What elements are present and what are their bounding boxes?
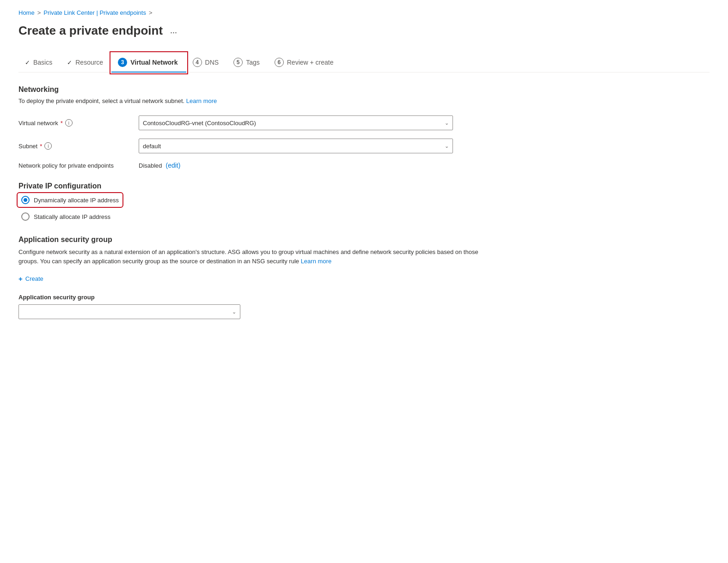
asg-select[interactable]: ⌄ [18, 304, 240, 319]
asg-description: Configure network security as a natural … [18, 248, 481, 266]
subnet-chevron-icon: ⌄ [445, 143, 449, 149]
tabs-container: ✓ Basics ✓ Resource 3 Virtual Network 4 … [18, 53, 710, 73]
tab-resource-label: Resource [75, 59, 103, 66]
tab-virtual-network-label: Virtual Network [130, 59, 177, 66]
tab-resource[interactable]: ✓ Resource [61, 54, 111, 72]
breadcrumb-home[interactable]: Home [18, 9, 35, 16]
virtual-network-chevron-icon: ⌄ [445, 120, 449, 126]
private-ip-title: Private IP configuration [18, 182, 710, 190]
tags-num: 5 [233, 58, 243, 67]
tab-tags-label: Tags [246, 59, 260, 66]
basics-check-icon: ✓ [25, 59, 30, 66]
radio-static[interactable]: Statically allocate IP address [18, 211, 710, 223]
tab-review-create-label: Review + create [287, 59, 334, 66]
resource-check-icon: ✓ [67, 59, 72, 66]
virtual-network-required: * [61, 120, 63, 127]
asg-sub-title: Application security group [18, 294, 710, 301]
network-policy-value-container: Disabled (edit) [139, 162, 180, 169]
tab-tags[interactable]: 5 Tags [227, 53, 268, 73]
asg-title: Application security group [18, 236, 710, 244]
asg-create-label: Create [25, 275, 43, 282]
networking-title: Networking [18, 85, 710, 94]
radio-dynamic-circle [21, 196, 30, 204]
subnet-info-icon[interactable]: i [44, 142, 52, 150]
subnet-required: * [40, 143, 42, 150]
asg-create-button[interactable]: + Create [18, 273, 43, 285]
radio-group: Dynamically allocate IP address Statical… [18, 194, 710, 223]
create-plus-icon: + [18, 275, 23, 283]
subnet-select-container: default ⌄ [139, 139, 453, 153]
network-policy-value: Disabled [139, 162, 162, 169]
network-policy-edit-link[interactable]: (edit) [165, 162, 180, 169]
virtual-network-info-icon[interactable]: i [65, 119, 73, 127]
network-policy-label: Network policy for private endpoints [18, 162, 139, 169]
virtual-network-select-value: ContosoCloudRG-vnet (ContosoCloudRG) [143, 120, 256, 127]
virtual-network-select[interactable]: ContosoCloudRG-vnet (ContosoCloudRG) ⌄ [139, 115, 453, 130]
virtual-network-select-container: ContosoCloudRG-vnet (ContosoCloudRG) ⌄ [139, 115, 453, 130]
breadcrumb: Home > Private Link Center | Private end… [18, 9, 710, 16]
radio-static-circle [21, 212, 30, 221]
virtual-network-num: 3 [118, 58, 127, 67]
tab-basics[interactable]: ✓ Basics [18, 54, 61, 72]
tab-review-create[interactable]: 6 Review + create [268, 53, 342, 73]
breadcrumb-sep1: > [37, 9, 41, 16]
subnet-row: Subnet * i default ⌄ [18, 139, 710, 153]
network-policy-row: Network policy for private endpoints Dis… [18, 162, 710, 169]
virtual-network-label: Virtual network * i [18, 119, 139, 127]
virtual-network-row: Virtual network * i ContosoCloudRG-vnet … [18, 115, 710, 130]
breadcrumb-sep2: > [149, 9, 153, 16]
subnet-select-value: default [143, 143, 161, 150]
networking-learn-more[interactable]: Learn more [186, 97, 217, 104]
page-title: Create a private endpoint [18, 24, 163, 38]
page-title-row: Create a private endpoint ... [18, 24, 710, 38]
tab-virtual-network[interactable]: 3 Virtual Network [111, 53, 186, 73]
radio-static-label: Statically allocate IP address [34, 213, 110, 220]
networking-section: Networking To deploy the private endpoin… [18, 85, 710, 169]
radio-dynamic[interactable]: Dynamically allocate IP address [18, 194, 122, 206]
breadcrumb-private-link[interactable]: Private Link Center | Private endpoints [43, 9, 146, 16]
ellipsis-button[interactable]: ... [167, 25, 180, 36]
radio-dynamic-label: Dynamically allocate IP address [34, 197, 119, 204]
subnet-select[interactable]: default ⌄ [139, 139, 453, 153]
asg-learn-more[interactable]: Learn more [301, 258, 331, 265]
tab-dns[interactable]: 4 DNS [186, 53, 227, 73]
review-create-num: 6 [275, 58, 284, 67]
tab-basics-label: Basics [33, 59, 52, 66]
asg-select-chevron-icon: ⌄ [232, 309, 236, 315]
dns-num: 4 [193, 58, 202, 67]
networking-description: To deploy the private endpoint, select a… [18, 97, 710, 104]
subnet-label: Subnet * i [18, 142, 139, 150]
tab-dns-label: DNS [205, 59, 219, 66]
private-ip-section: Private IP configuration Dynamically all… [18, 182, 710, 223]
asg-section: Application security group Configure net… [18, 236, 710, 319]
